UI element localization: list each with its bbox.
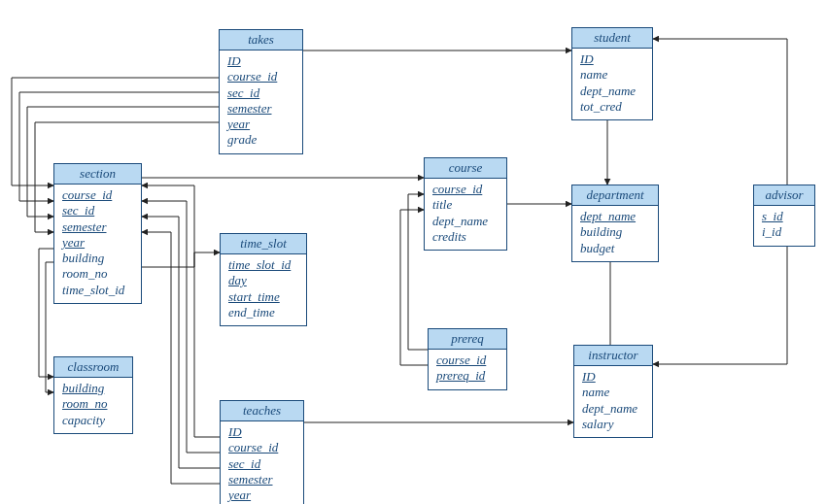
entity-prereq: prereq course_id prereq_id bbox=[428, 328, 507, 390]
attr: capacity bbox=[62, 413, 124, 428]
entity-section: section course_id sec_id semester year b… bbox=[53, 163, 142, 304]
attr: time_slot_id bbox=[62, 283, 133, 298]
attr: salary bbox=[582, 417, 644, 432]
attr: budget bbox=[580, 241, 650, 256]
attr: building bbox=[580, 224, 650, 240]
entity-title: section bbox=[54, 164, 141, 185]
attr: start_time bbox=[228, 289, 298, 305]
attr: tot_cred bbox=[580, 99, 644, 115]
entity-time-slot: time_slot time_slot_id day start_time en… bbox=[220, 233, 307, 326]
attr: sec_id bbox=[62, 203, 133, 218]
attr: ID bbox=[227, 53, 294, 69]
entity-title: course bbox=[425, 158, 506, 179]
attr: end_time bbox=[228, 305, 298, 320]
attr: grade bbox=[227, 132, 294, 148]
attr: name bbox=[582, 385, 644, 400]
attr: i_id bbox=[762, 224, 807, 240]
entity-title: time_slot bbox=[221, 234, 306, 254]
attr: course_id bbox=[436, 353, 499, 368]
entity-title: takes bbox=[220, 30, 302, 50]
attr: name bbox=[580, 67, 644, 83]
attr: credits bbox=[432, 229, 499, 245]
attr: s_id bbox=[762, 209, 807, 224]
entity-instructor: instructor ID name dept_name salary bbox=[573, 345, 653, 438]
attr: dept_name bbox=[582, 401, 644, 417]
attr: sec_id bbox=[228, 456, 295, 472]
entity-student: student ID name dept_name tot_cred bbox=[571, 27, 653, 120]
attr: building bbox=[62, 381, 124, 396]
attr: ID bbox=[580, 51, 644, 67]
attr: ID bbox=[228, 424, 295, 440]
attr: semester bbox=[228, 472, 295, 487]
entity-title: prereq bbox=[429, 329, 506, 350]
entity-course: course course_id title dept_name credits bbox=[424, 157, 507, 251]
entity-title: student bbox=[572, 28, 652, 49]
entity-title: teaches bbox=[221, 401, 303, 421]
attr: building bbox=[62, 251, 133, 266]
entity-classroom: classroom building room_no capacity bbox=[53, 356, 133, 434]
entity-takes: takes ID course_id sec_id semester year … bbox=[219, 29, 303, 154]
attr: prereq_id bbox=[436, 368, 499, 384]
entity-teaches: teaches ID course_id sec_id semester yea… bbox=[220, 400, 304, 504]
attr: room_no bbox=[62, 266, 133, 282]
entity-advisor: advisor s_id i_id bbox=[753, 185, 815, 247]
attr: room_no bbox=[62, 396, 124, 412]
attr: sec_id bbox=[227, 85, 294, 101]
attr: day bbox=[228, 273, 298, 288]
attr: semester bbox=[227, 101, 294, 117]
attr: title bbox=[432, 197, 499, 213]
attr: course_id bbox=[228, 440, 295, 455]
attr: ID bbox=[582, 369, 644, 385]
entity-title: instructor bbox=[574, 346, 652, 366]
attr: course_id bbox=[62, 187, 133, 203]
entity-title: classroom bbox=[54, 357, 132, 378]
attr: year bbox=[62, 235, 133, 251]
entity-department: department dept_name building budget bbox=[571, 185, 659, 262]
attr: semester bbox=[62, 219, 133, 235]
attr: year bbox=[228, 487, 295, 503]
attr: course_id bbox=[432, 182, 499, 197]
attr: year bbox=[227, 117, 294, 132]
entity-title: advisor bbox=[754, 185, 814, 206]
entity-title: department bbox=[572, 185, 658, 206]
attr: dept_name bbox=[580, 84, 644, 99]
attr: time_slot_id bbox=[228, 257, 298, 273]
attr: dept_name bbox=[580, 209, 650, 224]
attr: dept_name bbox=[432, 214, 499, 229]
attr: course_id bbox=[227, 69, 294, 84]
